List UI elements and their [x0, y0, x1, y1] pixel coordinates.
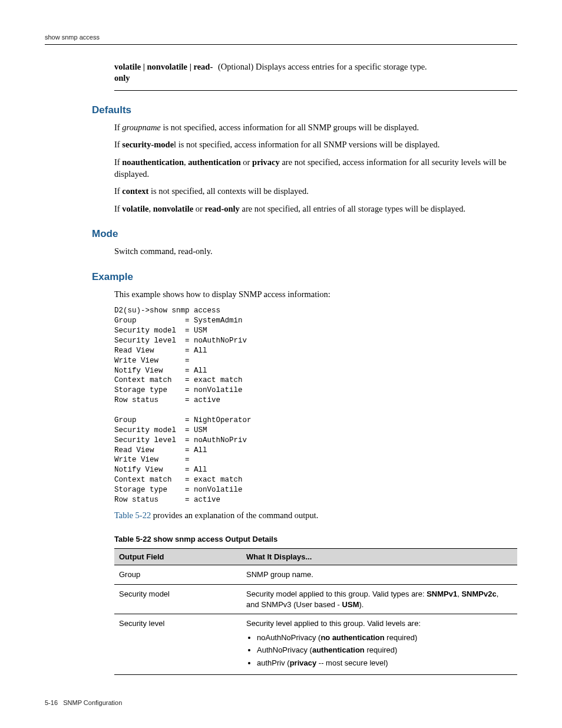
- example-outro: Table 5-22 provides an explanation of th…: [114, 510, 517, 522]
- param-desc: (Optional) Displays access entries for a…: [218, 61, 517, 91]
- table-xref[interactable]: Table 5-22: [114, 510, 151, 520]
- heading-defaults: Defaults: [92, 104, 517, 117]
- table-row: Group SNMP group name.: [114, 565, 517, 585]
- table-row: Security level Security level applied to…: [114, 614, 517, 675]
- running-head: show snmp access: [45, 33, 517, 45]
- defaults-p1: If groupname is not specified, access in…: [114, 122, 517, 134]
- col-output-field: Output Field: [114, 548, 242, 565]
- parameter-row: volatile | nonvolatile | read-only (Opti…: [114, 61, 517, 91]
- page-number: 5-16: [45, 699, 58, 706]
- col-what-displays: What It Displays...: [242, 548, 517, 565]
- list-item: authPriv (privacy -- most secure level): [257, 658, 513, 668]
- heading-example: Example: [92, 271, 517, 284]
- security-level-list: noAuthNoPrivacy (no authentication requi…: [246, 633, 513, 668]
- list-item: noAuthNoPrivacy (no authentication requi…: [257, 633, 513, 643]
- example-code: D2(su)->show snmp access Group = SystemA…: [114, 306, 517, 505]
- defaults-p5: If volatile, nonvolatile or read-only ar…: [114, 203, 517, 215]
- defaults-p4: If context is not specified, all context…: [114, 186, 517, 197]
- param-name: volatile | nonvolatile | read-only: [114, 61, 218, 91]
- example-intro: This example shows how to display SNMP a…: [114, 289, 517, 301]
- table-row: Security model Security model applied to…: [114, 584, 517, 614]
- defaults-p3: If noauthentication, authentication or p…: [114, 157, 517, 180]
- defaults-p2: If security-model is not specified, acce…: [114, 139, 517, 151]
- chapter-name: SNMP Configuration: [63, 699, 122, 706]
- output-details-table: Output Field What It Displays... Group S…: [114, 548, 517, 675]
- list-item: AuthNoPrivacy (authentication required): [257, 645, 513, 655]
- mode-p: Switch command, read-only.: [114, 246, 517, 258]
- heading-mode: Mode: [92, 228, 517, 241]
- page-footer: 5-16 SNMP Configuration: [45, 699, 517, 707]
- table-caption: Table 5-22 show snmp access Output Detai…: [114, 534, 517, 545]
